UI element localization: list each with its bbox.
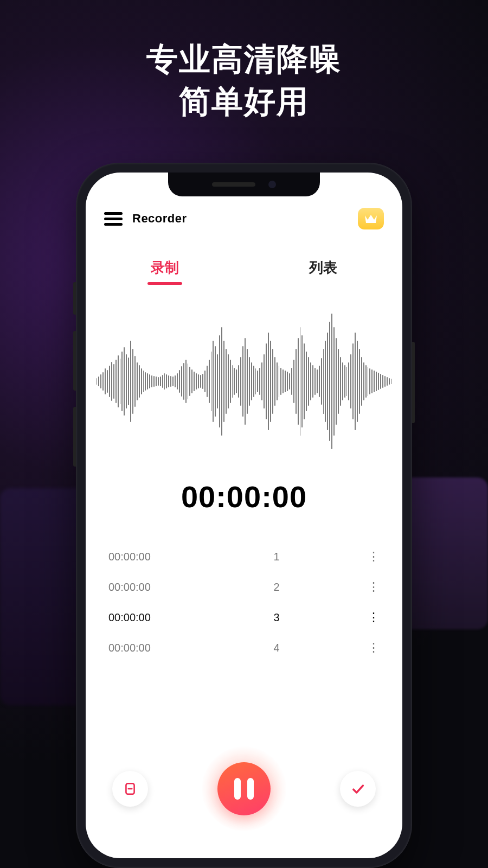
premium-button[interactable] bbox=[358, 208, 384, 229]
waveform-bar bbox=[120, 359, 121, 404]
waveform-bar bbox=[242, 346, 243, 417]
waveform-bar bbox=[196, 373, 197, 390]
waveform-bar bbox=[368, 367, 369, 396]
bookmark-button[interactable] bbox=[112, 771, 148, 807]
waveform-bar bbox=[149, 374, 150, 388]
waveform-bar bbox=[158, 377, 159, 386]
tab-bar: 录制 列表 bbox=[86, 248, 402, 286]
waveform-bar bbox=[217, 354, 218, 409]
waveform-bar bbox=[359, 349, 360, 414]
waveform-bar bbox=[338, 349, 339, 414]
waveform-bar bbox=[314, 368, 316, 395]
marker-row[interactable]: 00:00:002⋮ bbox=[108, 572, 380, 602]
waveform-bar bbox=[340, 357, 341, 406]
more-icon[interactable]: ⋮ bbox=[358, 585, 380, 590]
more-icon[interactable]: ⋮ bbox=[358, 615, 380, 620]
waveform-bar bbox=[272, 349, 273, 414]
check-icon bbox=[350, 781, 365, 796]
waveform-bar bbox=[166, 374, 167, 388]
waveform-bar bbox=[247, 349, 248, 414]
marker-row[interactable]: 00:00:001⋮ bbox=[108, 541, 380, 572]
waveform-bar bbox=[105, 368, 106, 394]
waveform-bar bbox=[219, 335, 220, 427]
phone-side-button bbox=[412, 342, 415, 423]
waveform-bar bbox=[200, 375, 201, 388]
waveform-bar bbox=[321, 358, 322, 405]
finish-button[interactable] bbox=[340, 771, 376, 807]
waveform-bar bbox=[162, 375, 163, 388]
waveform-bar bbox=[342, 362, 343, 400]
recording-timer: 00:00:00 bbox=[86, 479, 402, 514]
waveform-bar bbox=[139, 365, 140, 398]
waveform-bar bbox=[259, 368, 260, 395]
phone-frame: Recorder 录制 列表 00:00:00 00:00:001⋮00:00:… bbox=[76, 163, 412, 868]
waveform-bar bbox=[261, 362, 262, 400]
waveform-bar bbox=[331, 314, 332, 449]
waveform-bar bbox=[266, 343, 267, 419]
waveform-bar bbox=[226, 349, 227, 414]
waveform-bar bbox=[172, 376, 174, 386]
waveform-bar bbox=[380, 374, 381, 389]
phone-side-button bbox=[73, 407, 76, 467]
marker-row[interactable]: 00:00:004⋮ bbox=[108, 633, 380, 663]
waveform-bar bbox=[145, 372, 146, 391]
waveform-bar bbox=[164, 373, 165, 390]
waveform-bar bbox=[298, 338, 299, 425]
waveform-bar bbox=[170, 376, 171, 387]
waveform-bar bbox=[333, 327, 335, 436]
more-icon[interactable]: ⋮ bbox=[358, 554, 380, 559]
marker-list: 00:00:001⋮00:00:002⋮00:00:003⋮00:00:004⋮ bbox=[108, 541, 380, 663]
menu-icon[interactable] bbox=[104, 209, 123, 228]
waveform-bar bbox=[207, 366, 208, 397]
waveform-bar bbox=[344, 365, 345, 398]
waveform-display bbox=[97, 300, 391, 463]
waveform-bar bbox=[327, 333, 328, 430]
waveform-bar bbox=[143, 371, 144, 392]
waveform-bar bbox=[113, 364, 114, 399]
waveform-bar bbox=[336, 338, 337, 425]
waveform-bar bbox=[369, 368, 370, 394]
waveform-bar bbox=[285, 371, 286, 392]
headline-line1: 专业高清降噪 bbox=[0, 38, 488, 80]
waveform-bar bbox=[277, 362, 278, 400]
tab-list[interactable]: 列表 bbox=[244, 258, 402, 277]
waveform-bar bbox=[363, 362, 364, 400]
waveform-bar bbox=[198, 374, 199, 388]
waveform-bar bbox=[118, 355, 119, 407]
waveform-bar bbox=[255, 368, 256, 394]
waveform-bar bbox=[141, 368, 142, 394]
waveform-bar bbox=[238, 365, 239, 398]
waveform-bar bbox=[355, 333, 356, 430]
waveform-bar bbox=[160, 376, 161, 386]
waveform-bar bbox=[374, 371, 375, 392]
marker-time: 00:00:00 bbox=[108, 642, 195, 654]
waveform-bar bbox=[291, 368, 292, 395]
marker-row[interactable]: 00:00:003⋮ bbox=[108, 602, 380, 633]
tab-record[interactable]: 录制 bbox=[86, 258, 244, 277]
more-icon[interactable]: ⋮ bbox=[358, 646, 380, 650]
recording-controls bbox=[86, 745, 402, 832]
waveform-bar bbox=[251, 362, 252, 400]
waveform-bar bbox=[236, 369, 237, 393]
waveform-bar bbox=[100, 374, 101, 388]
record-pause-button[interactable] bbox=[202, 746, 286, 831]
waveform-bar bbox=[371, 369, 373, 393]
waveform-bar bbox=[211, 352, 212, 411]
marker-time: 00:00:00 bbox=[108, 581, 195, 593]
waveform-bar bbox=[156, 376, 157, 386]
marker-index: 1 bbox=[195, 551, 358, 563]
waveform-bar bbox=[365, 365, 367, 398]
waveform-bar bbox=[253, 366, 254, 397]
waveform-bar bbox=[132, 349, 133, 414]
bookmark-icon bbox=[123, 782, 137, 796]
waveform-bar bbox=[126, 354, 127, 409]
waveform-bar bbox=[168, 375, 169, 387]
waveform-bar bbox=[384, 376, 386, 387]
waveform-bar bbox=[310, 362, 311, 400]
waveform-bar bbox=[312, 365, 313, 398]
waveform-bar bbox=[204, 371, 206, 392]
waveform-bar bbox=[181, 366, 182, 397]
crown-icon bbox=[364, 213, 378, 224]
notch-camera bbox=[268, 181, 276, 188]
waveform-bar bbox=[111, 362, 112, 401]
